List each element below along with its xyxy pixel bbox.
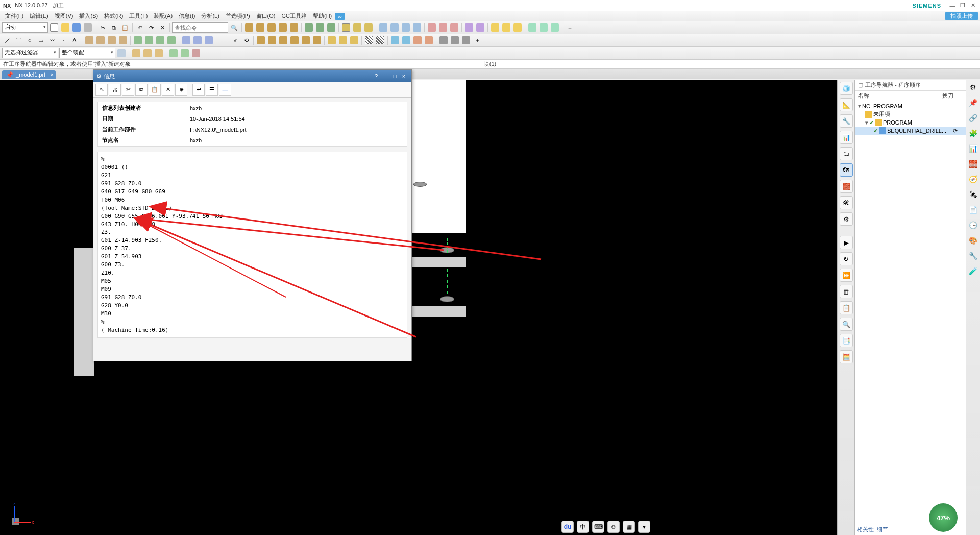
document-tab[interactable]: 📌 _model1.prt × bbox=[2, 70, 56, 79]
fs-icon[interactable]: 🕒 bbox=[968, 220, 979, 231]
dlg-copy-icon[interactable]: ⧉ bbox=[135, 84, 148, 96]
solid-icon[interactable] bbox=[301, 35, 311, 45]
misc-icon[interactable] bbox=[412, 35, 423, 45]
nav-collapse-icon[interactable]: ▢ bbox=[858, 82, 863, 88]
command-search-input[interactable] bbox=[172, 22, 228, 33]
dlg-select-icon[interactable]: ↖ bbox=[95, 84, 108, 96]
dialog-titlebar[interactable]: ⚙ 信息 ? — □ × bbox=[93, 70, 411, 82]
solid-icon[interactable] bbox=[256, 35, 266, 45]
baidu-icon[interactable]: du bbox=[561, 521, 574, 533]
tool-btn[interactable] bbox=[255, 22, 265, 33]
tool-btn[interactable] bbox=[464, 22, 474, 33]
dlg-paste-icon[interactable]: 📋 bbox=[149, 84, 161, 96]
emoji-icon[interactable]: ☺ bbox=[607, 521, 620, 533]
cam-icon[interactable] bbox=[349, 35, 359, 45]
new-icon[interactable] bbox=[49, 22, 59, 33]
tool-btn[interactable] bbox=[326, 22, 336, 33]
tool-btn[interactable] bbox=[475, 22, 485, 33]
fs-icon[interactable]: 🧪 bbox=[968, 265, 979, 277]
nav-footer-detail[interactable]: 细节 bbox=[877, 526, 888, 533]
tab-close-icon[interactable]: × bbox=[51, 71, 54, 78]
dlg-cut-icon[interactable]: ✂ bbox=[122, 84, 134, 96]
restore-button[interactable]: ❐ bbox=[959, 2, 967, 9]
sketch-point-icon[interactable]: · bbox=[58, 35, 68, 45]
tool-btn[interactable] bbox=[304, 22, 314, 33]
tool-btn[interactable] bbox=[412, 22, 422, 33]
ts-btn[interactable]: 🛠 bbox=[840, 196, 853, 209]
pin-icon[interactable]: 📌 bbox=[6, 71, 13, 78]
nav-footer-related[interactable]: 相关性 bbox=[857, 526, 874, 533]
fs-icon[interactable]: 🎨 bbox=[968, 235, 979, 246]
snap-icon[interactable] bbox=[154, 48, 164, 58]
dlg-minus-icon[interactable]: — bbox=[219, 84, 231, 96]
sketch-line-icon[interactable]: ／ bbox=[2, 35, 12, 45]
menu-edit[interactable]: 编辑(E) bbox=[27, 11, 52, 21]
ts-btn[interactable]: 🧮 bbox=[840, 350, 853, 363]
hatch-icon[interactable] bbox=[364, 35, 374, 45]
feature-icon[interactable] bbox=[155, 35, 165, 45]
copy-icon[interactable]: ⧉ bbox=[109, 22, 119, 33]
menu-analysis[interactable]: 分析(L) bbox=[198, 11, 222, 21]
ts-btn[interactable]: 🔍 bbox=[840, 318, 853, 331]
fs-icon[interactable]: 🔗 bbox=[968, 112, 979, 124]
dropdown-icon[interactable]: ▾ bbox=[638, 521, 650, 533]
tool-btn[interactable] bbox=[341, 22, 351, 33]
solid-icon[interactable] bbox=[278, 35, 288, 45]
tool-btn[interactable] bbox=[244, 22, 254, 33]
selection-filter-combo[interactable]: 无选择过滤器 bbox=[2, 48, 58, 58]
ts-btn[interactable]: 🧊 bbox=[840, 82, 853, 95]
tree-row-unused[interactable]: 未用项 bbox=[855, 110, 966, 118]
cam-icon[interactable] bbox=[327, 35, 337, 45]
feature-icon[interactable] bbox=[204, 35, 214, 45]
feature-icon[interactable] bbox=[166, 35, 177, 45]
fs-icon[interactable]: 📊 bbox=[968, 143, 979, 154]
open-icon[interactable] bbox=[60, 22, 70, 33]
dim-icon[interactable]: ⟂ bbox=[218, 35, 229, 45]
dim-icon[interactable]: ⫽ bbox=[230, 35, 240, 45]
menu-assembly[interactable]: 装配(A) bbox=[151, 11, 176, 21]
tool-btn[interactable] bbox=[389, 22, 400, 33]
undo-icon[interactable]: ↶ bbox=[135, 22, 145, 33]
sketch-arc-icon[interactable]: ⌒ bbox=[13, 35, 23, 45]
ts-btn[interactable]: ▶ bbox=[840, 236, 853, 249]
misc-icon[interactable] bbox=[450, 35, 460, 45]
gear-icon[interactable]: ⚙ bbox=[968, 82, 979, 93]
paste-icon[interactable]: 📋 bbox=[120, 22, 130, 33]
hatch-icon[interactable] bbox=[375, 35, 385, 45]
ts-btn[interactable]: ⚙ bbox=[840, 212, 853, 226]
fs-icon[interactable]: 📌 bbox=[968, 97, 979, 108]
feature-icon[interactable] bbox=[133, 35, 143, 45]
menu-prefs[interactable]: 首选项(P) bbox=[223, 11, 253, 21]
snap-icon[interactable] bbox=[142, 48, 153, 58]
ts-btn[interactable]: 📐 bbox=[840, 98, 853, 111]
ts-btn[interactable]: ↻ bbox=[840, 252, 853, 265]
dialog-help-button[interactable]: ? bbox=[372, 73, 381, 79]
dlg-find-icon[interactable]: ⊕ bbox=[175, 84, 187, 96]
tree-row-sequential-drill[interactable]: ✔SEQUENTIAL_DRILL... ⟳ bbox=[855, 127, 966, 135]
dlg-list-icon[interactable]: ☰ bbox=[206, 84, 218, 96]
snap-icon[interactable] bbox=[168, 48, 179, 58]
tool-btn[interactable] bbox=[401, 22, 411, 33]
col-toolchange[interactable]: 换刀 bbox=[939, 91, 966, 101]
tool-btn[interactable] bbox=[266, 22, 277, 33]
ts-btn[interactable]: 🧱 bbox=[840, 180, 853, 193]
curve-tool-icon[interactable] bbox=[84, 35, 94, 45]
grid-icon[interactable]: ▦ bbox=[623, 521, 635, 533]
menu-format[interactable]: 格式(R) bbox=[101, 11, 126, 21]
upload-icon[interactable]: ∞ bbox=[335, 13, 345, 20]
curve-tool-icon[interactable] bbox=[95, 35, 106, 45]
cam-icon[interactable] bbox=[338, 35, 348, 45]
misc-icon[interactable] bbox=[438, 35, 449, 45]
tool-btn[interactable] bbox=[527, 22, 537, 33]
tool-btn[interactable] bbox=[352, 22, 362, 33]
ts-btn[interactable]: 🗂 bbox=[840, 147, 853, 160]
tool-btn[interactable] bbox=[490, 22, 500, 33]
plus-icon[interactable]: ＋ bbox=[565, 22, 575, 33]
snap-icon[interactable] bbox=[191, 48, 201, 58]
tool-btn[interactable] bbox=[512, 22, 523, 33]
nc-code-listing[interactable]: % O0001 () G21 G91 G28 Z0.0 G40 G17 G49 … bbox=[97, 152, 407, 338]
minimize-button[interactable]: — bbox=[948, 2, 957, 9]
fs-icon[interactable]: 📄 bbox=[968, 204, 979, 215]
tool-btn[interactable] bbox=[289, 22, 299, 33]
menu-view[interactable]: 视图(V) bbox=[52, 11, 77, 21]
